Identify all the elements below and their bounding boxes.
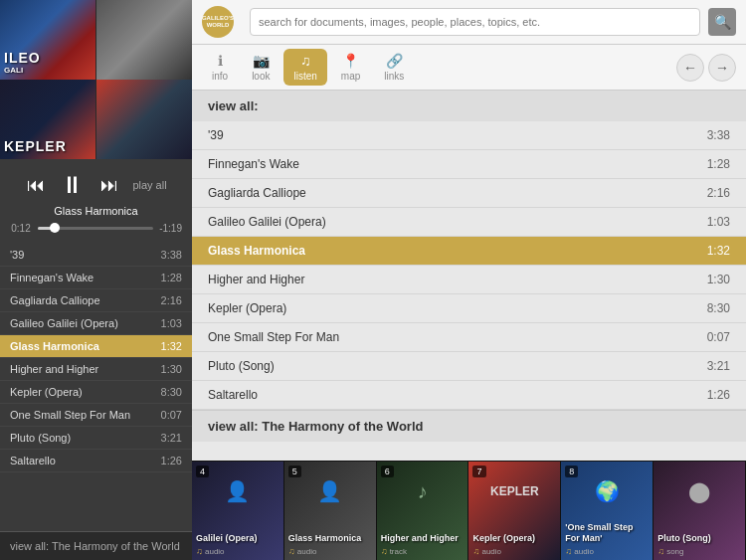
table-row[interactable]: Saltarello 1:26 [192,381,746,410]
track-duration: 1:03 [161,317,182,329]
thumb-type: ♫ audio [472,546,501,556]
track-name: Pluto (Song) [10,432,155,444]
thumb-number: 7 [472,466,485,477]
track-duration: 1:30 [707,273,730,286]
tab-listen[interactable]: ♫ listen [283,49,326,86]
progress-bar[interactable] [38,227,153,230]
album-thumb-3[interactable]: KEPLER [0,80,95,159]
track-name: Finnegan's Wake [208,157,299,171]
track-name: Higher and Higher [208,273,304,286]
tab-map[interactable]: 📍 map [331,49,370,86]
next-button[interactable]: ⏭ [98,173,120,198]
pause-button[interactable]: ⏸ [59,169,87,201]
audio-icon: ♫ [565,546,572,556]
tab-look-label: look [252,71,270,82]
thumb-label: Pluto (Song) [657,533,741,544]
thumb-type: ♫ audio [288,546,317,556]
play-all-button[interactable]: play all [132,179,166,191]
thumbnail-5[interactable]: 5 👤 Glass Harmonica ♫ audio [284,462,377,560]
app-logo: GALILEO'SWORLD [202,6,234,38]
thumb-label: Glass Harmonica [288,533,372,544]
track-list-left: '39 3:38 Finnegan's Wake 1:28 Gagliarda … [0,244,192,531]
tab-links-label: links [384,71,404,82]
list-item[interactable]: Finnegan's Wake 1:28 [0,267,192,289]
section-header-view-all: view all: [192,91,746,121]
progress-row: 0:12 -1:19 [10,223,182,234]
thumb-type-label: track [390,547,407,556]
table-row[interactable]: Galileo Galilei (Opera) 1:03 [192,208,746,237]
thumb-number: 5 [288,466,301,477]
list-item[interactable]: Galileo Galilei (Opera) 1:03 [0,312,192,335]
tab-info[interactable]: ℹ info [202,49,238,86]
list-item[interactable]: Saltarello 1:26 [0,450,192,472]
audio-icon: ♫ [288,546,295,556]
search-icon: 🔍 [714,14,731,30]
thumb-type-label: audio [205,547,225,556]
now-playing-label: Glass Harmonica [10,205,182,217]
left-panel: ILEO GALI KEPLER ⏮ ⏸ ⏭ play all Glass Ha… [0,0,192,560]
tab-map-label: map [341,71,360,82]
table-row[interactable]: Higher and Higher 1:30 [192,266,746,294]
player-controls: ⏮ ⏸ ⏭ play all Glass Harmonica 0:12 -1:1… [0,159,192,244]
thumbnail-9[interactable]: ⬤ Pluto (Song) ♫ song [653,462,746,560]
table-row[interactable]: Kepler (Opera) 8:30 [192,294,746,323]
thumbnail-6[interactable]: 6 ♪ Higher and Higher ♫ track [377,462,469,560]
thumb-label: 'One Small Step For Man' [565,522,649,544]
view-all-left-button[interactable]: view all: The Harmony of the World [0,531,192,560]
forward-button[interactable]: → [708,54,736,82]
list-item[interactable]: Pluto (Song) 3:21 [0,427,192,450]
track-name: Finnegan's Wake [10,272,155,283]
thumb-type-label: song [666,547,683,556]
track-duration: 1:32 [161,340,182,352]
album-thumb-4[interactable] [96,80,192,159]
camera-icon: 📷 [253,53,270,69]
content-area: view all: '39 3:38 Finnegan's Wake 1:28 … [192,91,746,461]
album-title-1: ILEO [4,50,41,67]
track-name: Kepler (Opera) [208,301,286,315]
tab-look[interactable]: 📷 look [242,49,280,86]
controls-row: ⏮ ⏸ ⏭ play all [10,169,182,201]
table-row[interactable]: '39 3:38 [192,121,746,150]
table-row[interactable]: One Small Step For Man 0:07 [192,323,746,352]
album-thumb-2[interactable] [96,0,192,80]
list-item[interactable]: '39 3:38 [0,244,192,267]
track-duration: 1:32 [707,244,730,258]
prev-button[interactable]: ⏮ [25,173,47,198]
thumbnail-4[interactable]: 4 👤 Galilei (Opera) ♫ audio [192,462,284,560]
track-duration: 2:16 [707,186,730,200]
table-row[interactable]: Finnegan's Wake 1:28 [192,150,746,179]
list-item[interactable]: Gagliarda Calliope 2:16 [0,289,192,312]
map-icon: 📍 [342,53,359,69]
track-name: Gagliarda Calliope [208,186,306,200]
table-row[interactable]: Gagliarda Calliope 2:16 [192,179,746,208]
list-item-active[interactable]: Glass Harmonica 1:32 [0,335,192,358]
forward-icon: → [715,60,729,76]
section-header-harmony: view all: The Harmony of the World [192,410,746,442]
track-duration: 1:28 [707,157,730,171]
audio-icon: ♫ [196,546,203,556]
list-item[interactable]: Kepler (Opera) 8:30 [0,381,192,404]
table-row-active[interactable]: Glass Harmonica 1:32 [192,237,746,266]
audio-icon: ♫ [472,546,479,556]
track-duration: 3:38 [707,128,730,142]
search-button[interactable]: 🔍 [708,8,736,36]
album-thumb-1[interactable]: ILEO GALI [0,0,95,80]
track-duration: 3:21 [161,432,182,444]
track-name: '39 [10,249,155,261]
thumbnail-7[interactable]: 7 KEPLER Kepler (Opera) ♫ audio [468,462,561,560]
track-name: Saltarello [10,455,155,467]
tab-info-label: info [212,71,228,82]
thumb-number: 8 [565,466,578,477]
info-icon: ℹ [218,53,223,69]
track-name: Galileo Galilei (Opera) [10,317,155,329]
thumbnail-8[interactable]: 8 🌍 'One Small Step For Man' ♫ audio [561,462,653,560]
nav-tabs: ℹ info 📷 look ♫ listen 📍 map 🔗 links ← → [192,45,746,91]
track-duration: 8:30 [161,386,182,398]
back-button[interactable]: ← [676,54,704,82]
search-input[interactable] [250,8,700,36]
list-item[interactable]: One Small Step For Man 0:07 [0,404,192,427]
list-item[interactable]: Higher and Higher 1:30 [0,358,192,381]
album-subtitle-1: GALI [4,66,41,76]
table-row[interactable]: Pluto (Song) 3:21 [192,352,746,381]
tab-links[interactable]: 🔗 links [374,49,414,86]
